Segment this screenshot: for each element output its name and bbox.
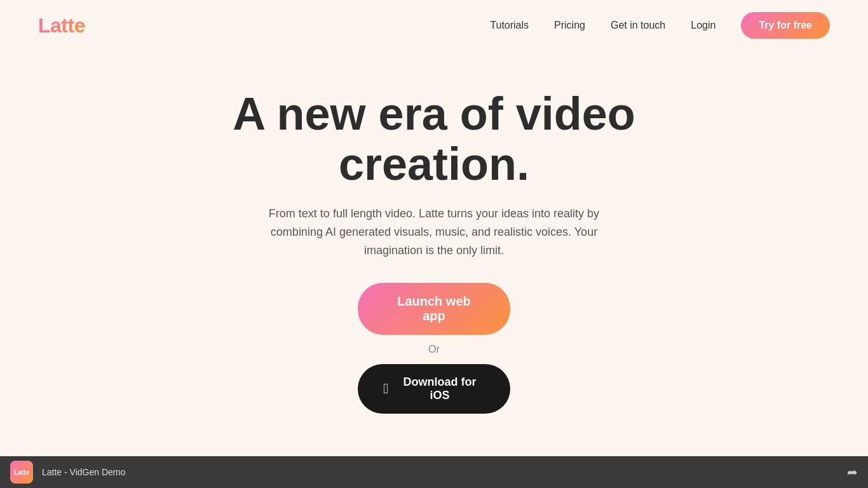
nav-tutorials[interactable]: Tutorials bbox=[490, 20, 529, 31]
logo[interactable]: Latte bbox=[38, 14, 85, 37]
navbar: Latte Tutorials Pricing Get in touch Log… bbox=[0, 0, 868, 51]
nav-pricing[interactable]: Pricing bbox=[554, 20, 585, 31]
video-title: Latte - VidGen Demo bbox=[42, 467, 838, 477]
share-icon[interactable]: ➦ bbox=[847, 464, 858, 480]
nav-login[interactable]: Login bbox=[691, 20, 715, 31]
hero-section: A new era of video creation. From text t… bbox=[0, 51, 868, 414]
video-thumb-text: Latte bbox=[14, 469, 29, 476]
nav-get-in-touch[interactable]: Get in touch bbox=[611, 20, 665, 31]
ios-btn-label: Download for iOS bbox=[395, 376, 485, 402]
apple-icon:  bbox=[383, 381, 388, 397]
hero-subtitle: From text to full length video. Latte tu… bbox=[262, 205, 606, 259]
video-thumbnail: Latte bbox=[10, 461, 33, 484]
nav-links: Tutorials Pricing Get in touch Login Try… bbox=[490, 12, 830, 39]
download-ios-button[interactable]:  Download for iOS bbox=[358, 364, 510, 414]
launch-web-app-button[interactable]: Launch web app bbox=[358, 283, 510, 335]
try-free-button[interactable]: Try for free bbox=[741, 12, 830, 39]
or-divider: Or bbox=[428, 344, 440, 355]
hero-title: A new era of video creation. bbox=[180, 89, 688, 189]
video-bar: Latte Latte - VidGen Demo ➦ bbox=[0, 456, 868, 488]
